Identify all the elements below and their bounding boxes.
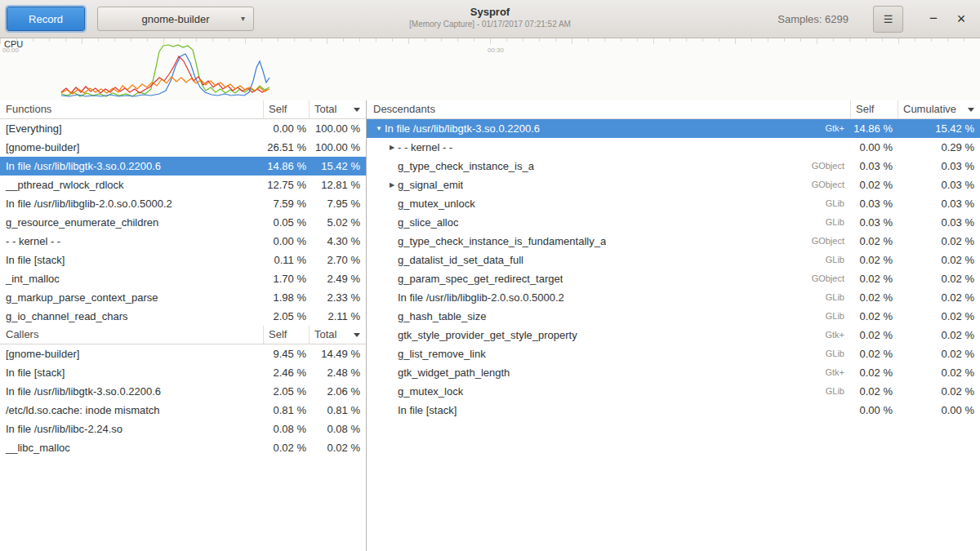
caller-row[interactable]: __libc_malloc0.02 %0.02 % bbox=[0, 438, 366, 457]
close-button[interactable]: × bbox=[947, 5, 975, 33]
descendant-name-cell: g_list_remove_linkGLib bbox=[367, 344, 851, 363]
function-row[interactable]: In file [stack]0.11 %2.70 % bbox=[0, 251, 366, 269]
caller-row[interactable]: [gnome-builder]9.45 %14.49 % bbox=[0, 344, 366, 363]
descendants-table: ▼In file /usr/lib/libgtk-3.so.0.2200.6Gt… bbox=[367, 119, 980, 420]
descendant-row[interactable]: ▶- - kernel - -0.00 %0.29 % bbox=[367, 138, 980, 157]
function-row[interactable]: [Everything]0.00 %100.00 % bbox=[0, 119, 366, 138]
ruler-tick bbox=[359, 38, 360, 42]
ruler-tick bbox=[343, 38, 344, 42]
descendant-row[interactable]: g_param_spec_get_redirect_targetGObject0… bbox=[367, 269, 980, 288]
library-badge: Gtk+ bbox=[825, 326, 851, 344]
ruler-tick bbox=[392, 38, 393, 42]
function-row[interactable]: [gnome-builder]26.51 %100.00 % bbox=[0, 138, 366, 157]
descendants-column-header[interactable]: Descendants bbox=[367, 100, 851, 118]
function-row[interactable]: __pthread_rwlock_rdlock12.75 %12.81 % bbox=[0, 176, 366, 194]
descendant-row[interactable]: ▼In file /usr/lib/libgtk-3.so.0.2200.6Gt… bbox=[367, 119, 980, 138]
descendant-name: g_param_spec_get_redirect_target bbox=[398, 269, 563, 288]
descendant-row[interactable]: g_type_check_instance_is_aGObject0.03 %0… bbox=[367, 157, 980, 176]
ruler-tick bbox=[523, 38, 523, 42]
library-badge: GLib bbox=[826, 307, 851, 326]
function-row[interactable]: g_resource_enumerate_children0.05 %5.02 … bbox=[0, 213, 366, 232]
caller-row[interactable]: /etc/ld.so.cache: inode mismatch0.81 %0.… bbox=[0, 401, 366, 420]
ruler-tick bbox=[686, 38, 687, 42]
self-percent: 2.05 % bbox=[264, 307, 310, 326]
menu-button[interactable]: ☰ bbox=[873, 6, 903, 33]
cumulative-percent: 0.02 % bbox=[898, 307, 980, 326]
callers-column-header[interactable]: Callers bbox=[0, 326, 264, 344]
descendants-self-column-header[interactable]: Self bbox=[851, 100, 898, 118]
total-percent: 2.06 % bbox=[310, 382, 366, 401]
descendants-pane: Descendants Self Cumulative ▼In file /us… bbox=[367, 100, 980, 551]
function-name: In file [stack] bbox=[0, 251, 264, 269]
expander-closed-icon[interactable]: ▶ bbox=[386, 138, 398, 157]
cumulative-percent: 0.02 % bbox=[898, 382, 980, 401]
caller-row[interactable]: In file [stack]2.46 %2.48 % bbox=[0, 363, 366, 382]
callers-self-column-header[interactable]: Self bbox=[264, 326, 310, 344]
hamburger-icon: ☰ bbox=[884, 13, 893, 25]
cumulative-percent: 0.29 % bbox=[898, 138, 980, 157]
library-badge: Gtk+ bbox=[825, 363, 851, 382]
self-percent: 0.02 % bbox=[851, 288, 898, 307]
expander-closed-icon[interactable]: ▶ bbox=[386, 176, 398, 194]
cpu-graph[interactable]: CPU 00:00 00:30 bbox=[0, 38, 980, 101]
expander-open-icon[interactable]: ▼ bbox=[373, 119, 385, 138]
self-percent: 0.02 % bbox=[851, 363, 898, 382]
function-row[interactable]: In file /usr/lib/libgtk-3.so.0.2200.614.… bbox=[0, 157, 366, 176]
function-name: [gnome-builder] bbox=[0, 138, 264, 157]
ruler-tick bbox=[65, 38, 66, 42]
descendant-row[interactable]: g_mutex_unlockGLib0.03 %0.03 % bbox=[367, 194, 980, 213]
cumulative-percent: 0.02 % bbox=[898, 232, 980, 251]
ruler-tick bbox=[915, 38, 915, 42]
self-percent: 0.02 % bbox=[851, 307, 898, 326]
total-percent: 0.08 % bbox=[310, 420, 366, 438]
descendant-row[interactable]: g_hash_table_sizeGLib0.02 %0.02 % bbox=[367, 307, 980, 326]
descendant-row[interactable]: gtk_widget_path_lengthGtk+0.02 %0.02 % bbox=[367, 363, 980, 382]
descendant-row[interactable]: g_type_check_instance_is_fundamentally_a… bbox=[367, 232, 980, 251]
caller-row[interactable]: In file /usr/lib/libc-2.24.so0.08 %0.08 … bbox=[0, 420, 366, 438]
library-badge: GObject bbox=[812, 232, 851, 251]
descendant-row[interactable]: In file [stack]0.00 %0.00 % bbox=[367, 401, 980, 420]
function-row[interactable]: In file /usr/lib/libglib-2.0.so.0.5000.2… bbox=[0, 194, 366, 213]
function-row[interactable]: g_markup_parse_context_parse1.98 %2.33 % bbox=[0, 288, 366, 307]
caller-row[interactable]: In file /usr/lib/libgtk-3.so.0.2200.62.0… bbox=[0, 382, 366, 401]
self-percent: 0.03 % bbox=[851, 213, 898, 232]
descendant-name-cell: g_type_check_instance_is_fundamentally_a… bbox=[367, 232, 851, 251]
minimize-button[interactable]: − bbox=[920, 5, 947, 33]
descendant-row[interactable]: In file /usr/lib/libglib-2.0.so.0.5000.2… bbox=[367, 288, 980, 307]
descendant-row[interactable]: g_datalist_id_set_data_fullGLib0.02 %0.0… bbox=[367, 251, 980, 269]
ruler-tick bbox=[441, 38, 442, 42]
descendant-row[interactable]: g_list_remove_linkGLib0.02 %0.02 % bbox=[367, 344, 980, 363]
function-name: In file [stack] bbox=[0, 363, 264, 382]
function-row[interactable]: - - kernel - -0.00 %4.30 % bbox=[0, 232, 366, 251]
functions-column-header[interactable]: Functions bbox=[0, 100, 264, 118]
descendant-row[interactable]: gtk_style_provider_get_style_propertyGtk… bbox=[367, 326, 980, 344]
self-percent: 7.59 % bbox=[264, 194, 310, 213]
functions-self-column-header[interactable]: Self bbox=[264, 100, 310, 118]
total-percent: 0.02 % bbox=[310, 438, 366, 457]
function-row[interactable]: _int_malloc1.70 %2.49 % bbox=[0, 269, 366, 288]
descendant-name: g_type_check_instance_is_a bbox=[398, 157, 534, 176]
sort-descending-icon bbox=[968, 108, 974, 112]
functions-total-column-header[interactable]: Total bbox=[310, 100, 366, 118]
descendant-row[interactable]: g_slice_allocGLib0.03 %0.03 % bbox=[367, 213, 980, 232]
descendant-row[interactable]: ▶g_signal_emitGObject0.02 %0.03 % bbox=[367, 176, 980, 194]
function-name: g_resource_enumerate_children bbox=[0, 213, 264, 232]
descendants-cumulative-column-header[interactable]: Cumulative bbox=[898, 100, 980, 118]
function-row[interactable]: g_io_channel_read_chars2.05 %2.11 % bbox=[0, 307, 366, 326]
descendant-name: g_datalist_id_set_data_full bbox=[398, 251, 523, 269]
ruler-tick bbox=[621, 38, 621, 42]
self-percent: 0.02 % bbox=[851, 326, 898, 344]
ruler-tick bbox=[278, 38, 278, 42]
callers-total-column-header[interactable]: Total bbox=[310, 326, 366, 344]
self-percent: 0.03 % bbox=[851, 194, 898, 213]
profile-target-dropdown[interactable]: gnome-builder ▾ bbox=[97, 7, 254, 31]
ruler-tick bbox=[898, 38, 899, 44]
ruler-tick bbox=[849, 38, 850, 42]
record-button[interactable]: Record bbox=[7, 7, 85, 31]
function-name: __libc_malloc bbox=[0, 438, 264, 457]
ruler-tick bbox=[800, 38, 801, 42]
ruler-tick bbox=[245, 38, 246, 44]
descendant-row[interactable]: g_mutex_lockGLib0.02 %0.02 % bbox=[367, 382, 980, 401]
ruler-tick bbox=[261, 38, 262, 42]
headerbar-right: Samples: 6299 ☰ − × bbox=[777, 0, 980, 38]
